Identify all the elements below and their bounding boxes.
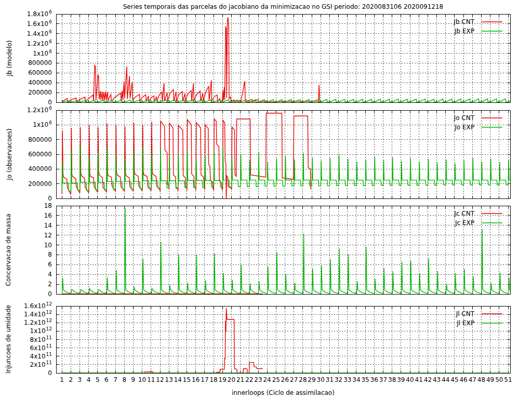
x-tick-label: 43 bbox=[433, 376, 441, 383]
x-tick-label: 39 bbox=[397, 376, 405, 383]
x-tick-label: 23 bbox=[254, 376, 262, 383]
x-tick-label: 17 bbox=[201, 376, 208, 383]
x-tick-label: 36 bbox=[370, 376, 378, 383]
x-tick-label: 30 bbox=[317, 376, 325, 383]
x-tick-label: 25 bbox=[272, 376, 280, 383]
legend-label-jl-cnt: Jl CNT bbox=[456, 310, 475, 317]
x-tick-label: 7 bbox=[113, 376, 117, 383]
y-tick-label: 6x1011 bbox=[30, 343, 52, 352]
y-tick-label: 1.4x1012 bbox=[24, 310, 52, 318]
series-jc-exp bbox=[62, 208, 517, 294]
y-tick-label: 18 bbox=[44, 202, 52, 209]
plot-area-0: 02000004000006000008000001x1061.2x1061.4… bbox=[27, 9, 515, 106]
x-tick-label: 14 bbox=[174, 376, 182, 383]
y-tick-label: 2 bbox=[48, 281, 52, 288]
x-tick-label: 4 bbox=[87, 376, 91, 383]
legend-label-jc-cnt: Jc CNT bbox=[454, 210, 474, 217]
y-tick-label: 1.2x1012 bbox=[24, 318, 52, 326]
series-jl-cnt bbox=[62, 308, 263, 373]
x-tick-label: 51 bbox=[504, 376, 512, 383]
plot-area-1: 02000004000006000008000001x1061.2x106Jo … bbox=[27, 105, 517, 204]
y-tick-label: 1.8x106 bbox=[27, 9, 52, 18]
chart-title: Series temporais das parcelas do jacobia… bbox=[56, 3, 510, 10]
y-tick-label: 1.6x106 bbox=[27, 19, 52, 28]
x-tick-label: 15 bbox=[183, 376, 191, 383]
y-tick-label: 1.2x106 bbox=[27, 105, 52, 114]
y-tick-label: 1.2x106 bbox=[27, 39, 52, 47]
y-tick-label: 0 bbox=[48, 99, 52, 106]
x-tick-label: 5 bbox=[96, 376, 100, 383]
exponent: 6 bbox=[49, 49, 52, 54]
exponent: 11 bbox=[46, 352, 52, 357]
series-jo-exp bbox=[62, 145, 517, 191]
exponent: 6 bbox=[49, 105, 52, 111]
exponent: 12 bbox=[46, 318, 52, 323]
y-tick-label: 200000 bbox=[28, 180, 52, 188]
y-tick-label: 16 bbox=[44, 212, 52, 219]
x-tick-label: 1 bbox=[60, 376, 64, 383]
exponent: 6 bbox=[49, 29, 52, 34]
exponent: 6 bbox=[49, 19, 52, 24]
x-tick-label: 29 bbox=[308, 376, 315, 383]
y-tick-label: 2x1011 bbox=[30, 360, 52, 368]
x-tick-label: 40 bbox=[406, 376, 414, 383]
y-tick-label: 800000 bbox=[28, 59, 52, 66]
y-tick-label: 0 bbox=[48, 290, 52, 298]
x-tick-label: 10 bbox=[138, 376, 146, 383]
x-axis-label: innerloops (Ciclo de assimilacao) bbox=[56, 389, 510, 396]
y-tick-label: 1x106 bbox=[33, 49, 52, 57]
x-tick-label: 47 bbox=[469, 376, 476, 383]
x-tick-label: 44 bbox=[442, 376, 449, 383]
y-tick-label: 1.6x1012 bbox=[24, 301, 52, 310]
x-tick-label: 48 bbox=[477, 376, 485, 383]
x-tick-label: 16 bbox=[192, 376, 200, 383]
x-tick-label: 35 bbox=[361, 376, 369, 383]
x-tick-label: 11 bbox=[147, 376, 155, 383]
exponent: 11 bbox=[46, 343, 52, 349]
plot-area-2: 024681012141618Jc CNTJc EXP bbox=[44, 202, 517, 298]
y-tick-label: 6 bbox=[48, 261, 52, 268]
plot-svg-3: 02x10114x10116x10118x10111x10121.2x10121… bbox=[0, 306, 532, 389]
plot-svg-2: 024681012141618Jc CNTJc EXP bbox=[0, 206, 532, 294]
y-tick-label: 8x1011 bbox=[30, 335, 52, 343]
y-tick-label: 4 bbox=[48, 271, 52, 278]
x-tick-label: 31 bbox=[326, 376, 334, 383]
exponent: 11 bbox=[46, 360, 52, 365]
plot-svg-0: 02000004000006000008000001x1061.2x1061.4… bbox=[0, 14, 532, 102]
y-tick-label: 600000 bbox=[28, 69, 52, 76]
y-tick-label: 8 bbox=[48, 251, 52, 258]
legend-label-jb-cnt: Jb CNT bbox=[453, 18, 474, 25]
x-tick-label: 41 bbox=[415, 376, 423, 383]
x-tick-label: 49 bbox=[486, 376, 494, 383]
y-tick-label: 0 bbox=[48, 369, 52, 377]
series-group bbox=[62, 208, 517, 294]
legend-label-jl-exp: Jl EXP bbox=[456, 320, 474, 327]
series-group bbox=[62, 113, 517, 205]
x-tick-label: 46 bbox=[459, 376, 467, 383]
exponent: 6 bbox=[49, 120, 52, 125]
x-tick-label: 18 bbox=[209, 376, 217, 383]
x-tick-label: 32 bbox=[335, 376, 342, 383]
x-tick-label: 28 bbox=[299, 376, 307, 383]
x-tick-label: 27 bbox=[290, 376, 298, 383]
x-tick-label: 21 bbox=[236, 376, 244, 383]
x-tick-label: 22 bbox=[245, 376, 253, 383]
x-tick-label: 6 bbox=[104, 376, 109, 383]
x-tick-label: 45 bbox=[450, 376, 458, 383]
y-tick-label: 4x1011 bbox=[30, 352, 52, 360]
exponent: 11 bbox=[46, 335, 52, 340]
y-tick-label: 12 bbox=[44, 232, 52, 239]
series-group bbox=[62, 18, 515, 102]
y-tick-label: 1.4x106 bbox=[27, 29, 52, 37]
x-tick-label: 42 bbox=[424, 376, 432, 383]
exponent: 12 bbox=[46, 301, 52, 307]
x-tick-label: 50 bbox=[495, 376, 503, 383]
y-tick-label: 14 bbox=[44, 222, 52, 229]
y-tick-label: 1x106 bbox=[33, 120, 52, 128]
x-tick-label: 9 bbox=[131, 376, 136, 383]
series-jo-cnt bbox=[62, 113, 311, 205]
x-tick-label: 34 bbox=[352, 376, 360, 383]
y-tick-label: 0 bbox=[48, 195, 52, 202]
y-tick-label: 200000 bbox=[28, 89, 52, 96]
x-tick-label: 19 bbox=[219, 376, 227, 383]
